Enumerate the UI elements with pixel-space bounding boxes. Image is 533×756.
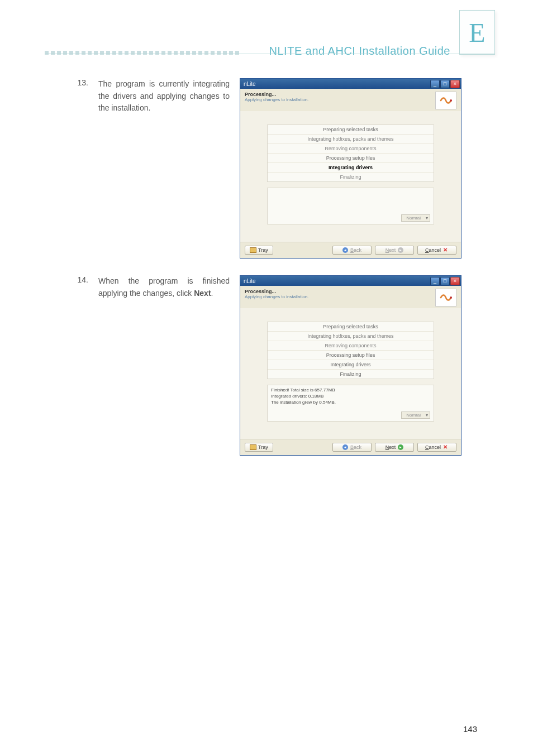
task-row: Finalizing <box>268 369 434 379</box>
svg-point-0 <box>450 99 452 102</box>
btn-label: Next <box>386 444 396 450</box>
task-row: Processing setup files <box>268 153 434 162</box>
processing-subtitle: Applying changes to installation. <box>245 294 308 299</box>
processing-title: Processing... <box>245 92 308 97</box>
tray-icon <box>250 444 256 450</box>
window-footer: Tray◂BackNext▸Cancel✕ <box>240 439 461 455</box>
tray-button[interactable]: Tray <box>245 443 273 452</box>
minimize-icon[interactable]: _ <box>430 80 440 88</box>
mode-dropdown[interactable]: Normal <box>401 214 430 222</box>
btn-label: Back <box>350 444 361 450</box>
task-row: Preparing selected tasks <box>268 322 434 331</box>
window-footer: Tray◂BackNext▸Cancel✕ <box>240 242 461 258</box>
processing-subtitle: Applying changes to installation. <box>245 97 308 102</box>
task-row: Integrating drivers <box>268 162 434 172</box>
titlebar: nLite_□× <box>240 276 461 286</box>
step-text: The program is currently integrating the… <box>98 78 230 114</box>
step-number: 14. <box>73 275 88 456</box>
appendix-letter: E <box>469 17 485 48</box>
nlite-window: nLite_□×Processing...Applying changes to… <box>240 275 461 456</box>
btn-label: Cancel <box>425 444 441 450</box>
tray-label: Tray <box>258 247 268 253</box>
cancel-x-icon: ✕ <box>443 444 449 450</box>
btn-label: Cancel <box>425 247 441 253</box>
info-box: Finished! Total size is 657.77MBIntegrat… <box>267 385 434 422</box>
back-arrow-icon: ◂ <box>342 444 348 450</box>
back-button[interactable]: ◂Back <box>332 443 372 452</box>
minimize-icon[interactable]: _ <box>430 277 440 285</box>
page-title: NLITE and AHCI Installation Guide <box>269 45 450 58</box>
close-icon[interactable]: × <box>450 277 460 285</box>
task-row: Removing components <box>268 143 434 153</box>
task-row: Finalizing <box>268 172 434 181</box>
next-arrow-icon: ▸ <box>398 444 403 450</box>
info-line: Integrated drivers: 0.18MB <box>271 394 430 399</box>
next-arrow-icon: ▸ <box>398 247 403 253</box>
document-page: E NLITE and AHCI Installation Guide 13.T… <box>0 0 533 756</box>
tray-button[interactable]: Tray <box>245 246 273 255</box>
maximize-icon[interactable]: □ <box>440 80 450 88</box>
window-body: Preparing selected tasksIntegrating hotf… <box>240 308 461 439</box>
task-list: Preparing selected tasksIntegrating hotf… <box>267 322 434 379</box>
appendix-tab: E <box>459 10 495 55</box>
nlite-logo-icon <box>435 92 456 109</box>
nlite-window: nLite_□×Processing...Applying changes to… <box>240 78 461 259</box>
btn-label: Back <box>350 247 361 253</box>
processing-title: Processing... <box>245 289 308 294</box>
task-row: Integrating hotfixes, packs and themes <box>268 331 434 341</box>
cancel-button[interactable]: Cancel✕ <box>417 246 456 255</box>
task-row: Removing components <box>268 341 434 350</box>
task-list: Preparing selected tasksIntegrating hotf… <box>267 125 434 182</box>
task-row: Preparing selected tasks <box>268 125 434 134</box>
window-title: nLite <box>244 278 256 284</box>
step: 13.The program is currently integrating … <box>73 78 460 259</box>
window-title: nLite <box>244 81 256 87</box>
task-row: Processing setup files <box>268 350 434 360</box>
maximize-icon[interactable]: □ <box>440 277 450 285</box>
task-row: Integrating hotfixes, packs and themes <box>268 134 434 143</box>
btn-label: Next <box>386 247 396 253</box>
back-button[interactable]: ◂Back <box>332 246 372 255</box>
window-body: Preparing selected tasksIntegrating hotf… <box>240 111 461 242</box>
task-row: Integrating drivers <box>268 360 434 369</box>
processing-header: Processing...Applying changes to install… <box>240 286 461 308</box>
tray-icon <box>250 247 256 253</box>
back-arrow-icon: ◂ <box>342 247 348 253</box>
content-area: 13.The program is currently integrating … <box>73 78 460 472</box>
cancel-button[interactable]: Cancel✕ <box>417 443 456 452</box>
next-button[interactable]: Next▸ <box>375 246 414 255</box>
close-icon[interactable]: × <box>450 80 460 88</box>
processing-header: Processing...Applying changes to install… <box>240 89 461 111</box>
step: 14.When the program is finished applying… <box>73 275 460 456</box>
nlite-logo-icon <box>435 289 456 307</box>
info-line: Finished! Total size is 657.77MB <box>271 387 430 393</box>
info-line: The installation grew by 0.54MB. <box>271 400 430 405</box>
titlebar: nLite_□× <box>240 79 461 89</box>
next-button[interactable]: Next▸ <box>375 443 414 452</box>
tray-label: Tray <box>258 444 268 450</box>
mode-dropdown[interactable]: Normal <box>401 412 430 419</box>
svg-point-1 <box>450 296 452 299</box>
info-box: Normal <box>267 188 434 224</box>
step-number: 13. <box>73 78 88 259</box>
cancel-x-icon: ✕ <box>443 247 449 253</box>
header-rule <box>45 54 495 54</box>
page-number: 143 <box>463 724 477 734</box>
step-text: When the program is finished applying th… <box>98 275 230 299</box>
